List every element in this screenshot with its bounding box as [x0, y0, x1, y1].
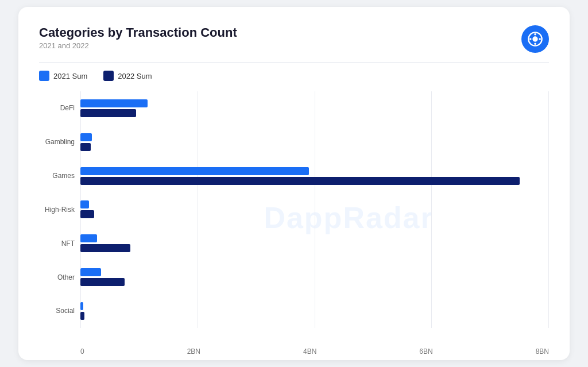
bar-2022 — [80, 312, 84, 320]
bar-2021 — [80, 234, 97, 242]
bar-row-2022 — [80, 278, 549, 286]
bar-row-2022 — [80, 210, 549, 218]
bar-2022 — [80, 143, 91, 151]
y-axis-label: Gambling — [39, 138, 80, 145]
bar-2021 — [80, 200, 89, 208]
chart-subtitle: 2021 and 2022 — [39, 41, 237, 50]
brand-logo — [521, 25, 549, 53]
y-axis-label: Other — [39, 274, 80, 281]
bar-2022 — [80, 109, 136, 117]
bar-row-2022 — [80, 143, 549, 151]
bar-2022 — [80, 210, 94, 218]
bar-2021 — [80, 167, 309, 175]
bar-row-2022 — [80, 244, 549, 252]
bar-row-2021 — [80, 302, 549, 310]
x-axis-label: 6BN — [419, 347, 432, 356]
y-axis-label: Social — [39, 307, 80, 314]
bar-row-2021 — [80, 99, 549, 107]
bar-2021 — [80, 302, 83, 310]
bar-2022 — [80, 278, 125, 286]
y-axis-label: High-Risk — [39, 206, 80, 213]
bar-group — [80, 268, 549, 286]
chart-title: Categories by Transaction Count — [39, 25, 237, 40]
legend-label-2022: 2022 Sum — [118, 72, 152, 80]
bar-2022 — [80, 177, 520, 185]
svg-point-5 — [539, 38, 541, 40]
bar-group — [80, 133, 549, 151]
legend: 2021 Sum 2022 Sum — [39, 71, 549, 81]
bar-2021 — [80, 99, 148, 107]
legend-label-2021: 2021 Sum — [53, 72, 87, 80]
bar-row-2021 — [80, 200, 549, 208]
bar-row-2021 — [80, 167, 549, 175]
y-axis-label: NFT — [39, 240, 80, 247]
chart-area: DeFiGamblingGamesHigh-RiskNFTOtherSocial… — [39, 91, 549, 344]
bar-2022 — [80, 244, 130, 252]
x-axis-label: 4BN — [303, 347, 316, 356]
legend-item-2022: 2022 Sum — [103, 71, 152, 81]
svg-point-3 — [534, 43, 536, 45]
svg-point-1 — [532, 36, 537, 41]
y-axis-label: Games — [39, 172, 80, 179]
bar-2021 — [80, 268, 101, 276]
bar-group — [80, 167, 549, 185]
svg-point-2 — [534, 33, 536, 36]
bars-container — [80, 91, 549, 344]
logo-icon — [527, 31, 543, 47]
legend-color-2021 — [39, 71, 49, 81]
bar-group — [80, 99, 549, 117]
svg-point-4 — [529, 38, 532, 40]
x-axis-label: 8BN — [536, 347, 549, 356]
bar-2021 — [80, 133, 92, 141]
bar-row-2022 — [80, 177, 549, 185]
bar-row-2022 — [80, 109, 549, 117]
y-axis-label: DeFi — [39, 105, 80, 111]
bar-group — [80, 200, 549, 218]
header-divider — [39, 62, 549, 63]
x-axis-label: 2BN — [187, 347, 200, 356]
chart-card: Categories by Transaction Count 2021 and… — [18, 7, 570, 360]
bar-group — [80, 302, 549, 320]
bar-row-2021 — [80, 234, 549, 242]
x-axis-label: 0 — [80, 347, 84, 356]
legend-item-2021: 2021 Sum — [39, 71, 87, 81]
y-axis-labels: DeFiGamblingGamesHigh-RiskNFTOtherSocial — [39, 91, 80, 344]
x-axis: 02BN4BN6BN8BN — [80, 344, 549, 356]
bar-group — [80, 234, 549, 252]
bar-row-2022 — [80, 312, 549, 320]
bars-grid: DappRadar 02BN4BN6BN8BN — [80, 91, 549, 344]
legend-color-2022 — [103, 71, 114, 81]
bar-row-2021 — [80, 133, 549, 141]
bar-row-2021 — [80, 268, 549, 276]
